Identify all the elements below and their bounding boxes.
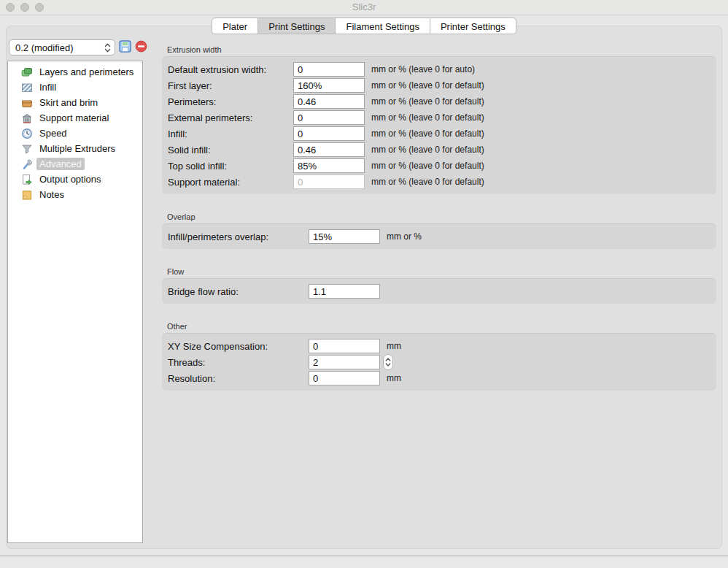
infill-input[interactable] xyxy=(293,126,365,141)
tree-item-multiple-extruders[interactable]: Multiple Extruders xyxy=(8,141,142,156)
setting-unit: mm or % xyxy=(387,231,422,242)
section-extrusion-width: Extrusion widthDefault extrusion width:m… xyxy=(162,45,716,194)
setting-row-threads: Threads: xyxy=(168,354,710,370)
delete-icon xyxy=(135,40,147,55)
setting-unit: mm or % (leave 0 for default) xyxy=(371,80,484,91)
setting-label: Threads: xyxy=(168,357,309,368)
section-box: Infill/perimeters overlap:mm or % xyxy=(162,223,716,249)
advanced-icon xyxy=(21,158,33,170)
external-perimeters-input[interactable] xyxy=(293,110,365,125)
setting-label: Top solid infill: xyxy=(168,161,293,172)
setting-label: Infill: xyxy=(168,128,293,139)
tree-item-output-options[interactable]: Output options xyxy=(8,172,142,187)
statusbar xyxy=(0,556,728,568)
default-extrusion-width-input[interactable] xyxy=(293,62,365,77)
setting-row-external-perimeters: External perimeters:mm or % (leave 0 for… xyxy=(168,110,710,126)
setting-unit: mm xyxy=(387,341,401,351)
setting-label: XY Size Compensation: xyxy=(168,341,309,352)
tree-item-layers-and-perimeters[interactable]: Layers and perimeters xyxy=(8,64,142,80)
save-preset-button[interactable] xyxy=(118,41,131,54)
preset-row: 0.2 (modified) xyxy=(9,39,147,55)
setting-row-bridge-flow-ratio: Bridge flow ratio: xyxy=(168,283,710,299)
output-icon xyxy=(21,174,33,185)
tabbar-wrap: PlaterPrint SettingsFilament SettingsPri… xyxy=(0,18,728,34)
tabbar: PlaterPrint SettingsFilament SettingsPri… xyxy=(212,18,516,34)
tree-item-notes[interactable]: Notes xyxy=(8,187,142,202)
settings-sections: Extrusion widthDefault extrusion width:m… xyxy=(162,45,716,391)
section-title: Other xyxy=(167,322,716,331)
tree-item-label: Multiple Extruders xyxy=(36,142,118,155)
slic3r-window: { "window": { "title": "Slic3r" }, "titl… xyxy=(0,0,728,568)
skirt-icon xyxy=(21,97,33,109)
section-flow: FlowBridge flow ratio: xyxy=(162,267,716,304)
solid-infill-input[interactable] xyxy=(293,142,365,157)
infill-perimeters-overlap-input[interactable] xyxy=(309,229,380,244)
infill-icon xyxy=(21,82,33,93)
tree-item-support-material[interactable]: Support material xyxy=(8,110,142,126)
section-overlap: OverlapInfill/perimeters overlap:mm or % xyxy=(162,212,716,249)
setting-label: Infill/perimeters overlap: xyxy=(168,231,309,242)
setting-row-perimeters: Perimeters:mm or % (leave 0 for default) xyxy=(168,93,710,110)
support-icon xyxy=(21,112,33,124)
setting-unit: mm or % (leave 0 for default) xyxy=(371,112,484,123)
setting-unit: mm or % (leave 0 for auto) xyxy=(371,64,475,74)
bridge-flow-ratio-input[interactable] xyxy=(309,284,380,299)
perimeters-input[interactable] xyxy=(293,94,365,109)
setting-label: Perimeters: xyxy=(168,96,293,107)
threads-input[interactable] xyxy=(309,355,380,369)
setting-label: External perimeters: xyxy=(168,112,293,123)
tree-item-label: Infill xyxy=(36,81,59,93)
tree-item-label: Advanced xyxy=(36,158,85,170)
section-title: Overlap xyxy=(167,212,716,221)
support-material-input xyxy=(293,174,365,189)
setting-row-infill: Infill:mm or % (leave 0 for default) xyxy=(168,126,710,142)
titlebar: Slic3r xyxy=(0,0,728,15)
section-title: Flow xyxy=(167,267,716,276)
setting-label: Resolution: xyxy=(168,373,309,384)
tree-item-label: Skirt and brim xyxy=(36,96,101,109)
extruders-icon xyxy=(21,143,33,155)
setting-row-first-layer: First layer:mm or % (leave 0 for default… xyxy=(168,77,710,93)
tree-item-label: Speed xyxy=(36,127,70,139)
tab-print-settings[interactable]: Print Settings xyxy=(258,18,336,34)
section-box: XY Size Compensation:mmThreads:Resolutio… xyxy=(162,333,716,391)
threads-stepper[interactable] xyxy=(383,354,393,370)
tab-printer-settings[interactable]: Printer Settings xyxy=(430,18,516,34)
tree-item-skirt-and-brim[interactable]: Skirt and brim xyxy=(8,95,142,110)
tree-item-infill[interactable]: Infill xyxy=(8,80,142,95)
preset-select[interactable]: 0.2 (modified) xyxy=(9,39,115,55)
settings-tree: Layers and perimetersInfillSkirt and bri… xyxy=(7,61,143,543)
setting-row-xy-size-compensation: XY Size Compensation:mm xyxy=(168,338,710,354)
section-other: OtherXY Size Compensation:mmThreads:Reso… xyxy=(162,322,716,391)
top-solid-infill-input[interactable] xyxy=(293,158,365,173)
preset-select-value: 0.2 (modified) xyxy=(15,42,73,53)
xy-size-compensation-input[interactable] xyxy=(309,339,380,353)
tree-item-label: Notes xyxy=(36,188,67,201)
resolution-input[interactable] xyxy=(309,371,380,385)
first-layer-input[interactable] xyxy=(293,78,365,93)
setting-unit: mm or % (leave 0 for default) xyxy=(371,128,484,139)
save-icon xyxy=(119,40,131,55)
speed-icon xyxy=(21,128,33,139)
setting-row-default-extrusion-width: Default extrusion width:mm or % (leave 0… xyxy=(168,61,710,77)
tree-item-advanced[interactable]: Advanced xyxy=(8,156,142,172)
delete-preset-button[interactable] xyxy=(134,41,147,54)
setting-label: Bridge flow ratio: xyxy=(168,286,309,297)
setting-row-solid-infill: Solid infill:mm or % (leave 0 for defaul… xyxy=(168,142,710,158)
window-title: Slic3r xyxy=(0,0,728,15)
layers-icon xyxy=(21,66,33,78)
setting-label: Default extrusion width: xyxy=(168,64,293,75)
section-box: Bridge flow ratio: xyxy=(162,278,716,304)
notes-icon xyxy=(21,189,33,201)
print-settings-page: 0.2 (modified) xyxy=(6,26,722,549)
tab-plater[interactable]: Plater xyxy=(212,18,258,34)
section-title: Extrusion width xyxy=(167,45,716,54)
chevron-up-down-icon xyxy=(104,42,111,55)
setting-row-top-solid-infill: Top solid infill:mm or % (leave 0 for de… xyxy=(168,158,710,174)
setting-row-support-material: Support material:mm or % (leave 0 for de… xyxy=(168,174,710,190)
tree-item-speed[interactable]: Speed xyxy=(8,126,142,141)
tab-filament-settings[interactable]: Filament Settings xyxy=(336,18,430,34)
setting-unit: mm xyxy=(387,373,401,383)
tree-item-label: Layers and perimeters xyxy=(36,66,136,78)
setting-label: Support material: xyxy=(168,177,293,188)
